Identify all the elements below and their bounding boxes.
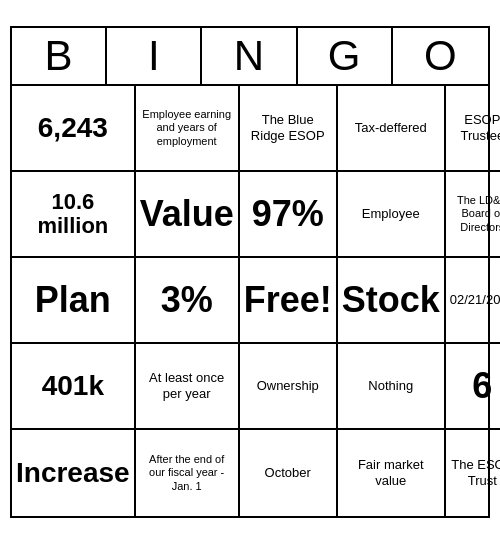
bingo-cell-12: Free!	[240, 258, 338, 344]
bingo-cell-9: The LD&B Board of Directors	[446, 172, 500, 258]
bingo-cell-13: Stock	[338, 258, 446, 344]
cell-text-9: The LD&B Board of Directors	[450, 194, 500, 234]
header-letter-g: G	[298, 28, 393, 84]
cell-text-3: Tax-deffered	[355, 120, 427, 136]
header-letter-i: I	[107, 28, 202, 84]
bingo-cell-21: After the end of our fiscal year - Jan. …	[136, 430, 240, 516]
cell-text-13: Stock	[342, 278, 440, 321]
cell-text-23: Fair market value	[342, 457, 440, 488]
bingo-cell-16: At least once per year	[136, 344, 240, 430]
cell-text-7: 97%	[252, 192, 324, 235]
cell-text-6: Value	[140, 192, 234, 235]
bingo-cell-3: Tax-deffered	[338, 86, 446, 172]
bingo-cell-0: 6,243	[12, 86, 136, 172]
cell-text-10: Plan	[35, 278, 111, 321]
cell-text-8: Employee	[362, 206, 420, 222]
bingo-cell-8: Employee	[338, 172, 446, 258]
bingo-cell-1: Employee earning and years of employment	[136, 86, 240, 172]
bingo-cell-23: Fair market value	[338, 430, 446, 516]
header-letter-n: N	[202, 28, 297, 84]
bingo-header: BINGO	[12, 28, 488, 86]
bingo-cell-22: October	[240, 430, 338, 516]
cell-text-11: 3%	[161, 278, 213, 321]
bingo-cell-5: 10.6 million	[12, 172, 136, 258]
bingo-cell-7: 97%	[240, 172, 338, 258]
cell-text-14: 02/21/2019	[450, 292, 500, 308]
bingo-cell-24: The ESOP Trust	[446, 430, 500, 516]
bingo-cell-19: 6	[446, 344, 500, 430]
cell-text-16: At least once per year	[140, 370, 234, 401]
cell-text-4: ESOP Trustee	[450, 112, 500, 143]
bingo-cell-11: 3%	[136, 258, 240, 344]
bingo-cell-17: Ownership	[240, 344, 338, 430]
header-letter-b: B	[12, 28, 107, 84]
cell-text-2: The Blue Ridge ESOP	[244, 112, 332, 143]
bingo-grid: 6,243Employee earning and years of emplo…	[12, 86, 488, 516]
cell-text-12: Free!	[244, 278, 332, 321]
bingo-cell-15: 401k	[12, 344, 136, 430]
cell-text-19: 6	[472, 364, 492, 407]
cell-text-17: Ownership	[257, 378, 319, 394]
cell-text-20: Increase	[16, 456, 130, 490]
cell-text-24: The ESOP Trust	[450, 457, 500, 488]
cell-text-21: After the end of our fiscal year - Jan. …	[140, 453, 234, 493]
header-letter-o: O	[393, 28, 488, 84]
bingo-cell-20: Increase	[12, 430, 136, 516]
cell-text-1: Employee earning and years of employment	[140, 108, 234, 148]
bingo-cell-18: Nothing	[338, 344, 446, 430]
bingo-cell-4: ESOP Trustee	[446, 86, 500, 172]
cell-text-18: Nothing	[368, 378, 413, 394]
bingo-cell-2: The Blue Ridge ESOP	[240, 86, 338, 172]
bingo-cell-14: 02/21/2019	[446, 258, 500, 344]
bingo-cell-6: Value	[136, 172, 240, 258]
bingo-cell-10: Plan	[12, 258, 136, 344]
cell-text-15: 401k	[42, 369, 104, 403]
cell-text-5: 10.6 million	[16, 190, 130, 238]
cell-text-22: October	[265, 465, 311, 481]
bingo-card: BINGO 6,243Employee earning and years of…	[10, 26, 490, 518]
cell-text-0: 6,243	[38, 111, 108, 145]
